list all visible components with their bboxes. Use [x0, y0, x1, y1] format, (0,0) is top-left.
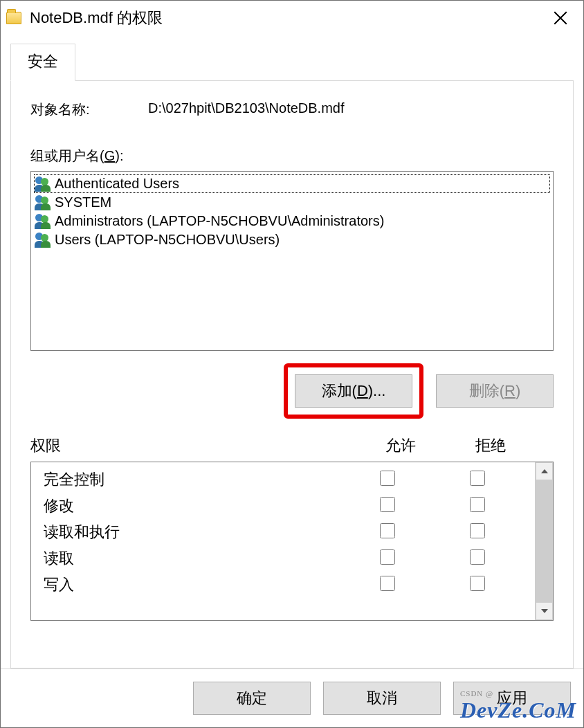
dialog-window: NoteDB.mdf 的权限 安全 对象名称: D:\027hpit\DB210… — [0, 0, 584, 728]
list-item-label: Users (LAPTOP-N5CHOBVU\Users) — [55, 232, 280, 248]
object-path: D:\027hpit\DB2103\NoteDB.mdf — [148, 100, 345, 119]
permission-name: 读取和执行 — [44, 522, 343, 543]
users-icon — [35, 233, 51, 248]
ok-button[interactable]: 确定 — [193, 682, 311, 715]
groups-label: 组或用户名(G): — [30, 147, 554, 165]
deny-column-header: 拒绝 — [446, 435, 536, 456]
groups-label-prefix: 组或用户名( — [30, 148, 104, 163]
permission-name: 完全控制 — [44, 469, 343, 490]
groups-listbox[interactable]: Authenticated Users SYSTEM Administrator… — [30, 171, 554, 351]
tab-panel: 对象名称: D:\027hpit\DB2103\NoteDB.mdf 组或用户名… — [10, 80, 574, 668]
scroll-up-button[interactable] — [536, 462, 553, 480]
allow-checkbox[interactable] — [380, 523, 395, 538]
permission-row: 写入 — [31, 572, 535, 598]
list-item-label: Administrators (LAPTOP-N5CHOBVU\Administ… — [55, 213, 384, 229]
apply-button[interactable]: 应用 — [453, 682, 571, 715]
permissions-header-label: 权限 — [30, 435, 356, 456]
allow-checkbox[interactable] — [380, 576, 395, 591]
permissions-list: 完全控制 修改 读取和执行 读取 — [30, 462, 554, 621]
permission-row: 完全控制 — [31, 466, 535, 493]
deny-checkbox[interactable] — [470, 497, 485, 512]
list-item-label: SYSTEM — [55, 194, 111, 210]
list-item[interactable]: Users (LAPTOP-N5CHOBVU\Users) — [34, 230, 550, 249]
allow-checkbox[interactable] — [380, 549, 395, 565]
allow-checkbox[interactable] — [380, 497, 395, 512]
groups-label-hotkey: G — [104, 148, 116, 163]
list-item-label: Authenticated Users — [55, 176, 179, 192]
dialog-footer: 确定 取消 应用 CSDN @ DevZe.CoM — [1, 668, 583, 727]
permission-name: 读取 — [44, 548, 343, 569]
object-name-row: 对象名称: D:\027hpit\DB2103\NoteDB.mdf — [30, 100, 554, 119]
deny-checkbox[interactable] — [470, 549, 485, 565]
chevron-up-icon — [541, 469, 548, 473]
tabstrip: 安全 — [10, 44, 574, 81]
scrollbar[interactable] — [535, 462, 553, 620]
window-title: NoteDB.mdf 的权限 — [30, 8, 543, 28]
permissions-header: 权限 允许 拒绝 — [30, 435, 554, 456]
deny-checkbox[interactable] — [470, 576, 485, 591]
chevron-down-icon — [541, 609, 548, 613]
close-icon — [554, 11, 567, 25]
permissions-scroll-area: 完全控制 修改 读取和执行 读取 — [31, 462, 535, 620]
tab-security[interactable]: 安全 — [10, 44, 75, 81]
users-icon — [35, 195, 51, 210]
allow-column-header: 允许 — [356, 435, 446, 456]
permission-row: 读取和执行 — [31, 519, 535, 545]
permission-name: 修改 — [44, 495, 343, 516]
users-icon — [35, 176, 51, 192]
remove-button[interactable]: 删除(R) — [436, 374, 554, 408]
scroll-track[interactable] — [536, 480, 553, 602]
permission-row: 修改 — [31, 493, 535, 519]
folder-icon — [6, 12, 21, 24]
scroll-down-button[interactable] — [536, 602, 553, 620]
groups-label-suffix: ): — [115, 148, 123, 163]
list-item[interactable]: Authenticated Users — [34, 174, 550, 193]
add-remove-row: 添加(D)... 删除(R) — [30, 363, 554, 419]
list-item[interactable]: SYSTEM — [34, 193, 550, 212]
content-area: 安全 对象名称: D:\027hpit\DB2103\NoteDB.mdf 组或… — [1, 35, 583, 668]
permission-name: 写入 — [44, 574, 343, 595]
object-name-label: 对象名称: — [30, 100, 148, 119]
users-icon — [35, 214, 51, 229]
permission-row: 读取 — [31, 545, 535, 572]
list-item[interactable]: Administrators (LAPTOP-N5CHOBVU\Administ… — [34, 212, 550, 230]
titlebar: NoteDB.mdf 的权限 — [1, 1, 583, 35]
allow-checkbox[interactable] — [380, 471, 395, 486]
add-button[interactable]: 添加(D)... — [295, 374, 412, 408]
deny-checkbox[interactable] — [470, 523, 485, 538]
deny-checkbox[interactable] — [470, 471, 485, 486]
cancel-button[interactable]: 取消 — [323, 682, 441, 715]
close-button[interactable] — [543, 4, 578, 32]
highlight-annotation: 添加(D)... — [284, 363, 423, 419]
